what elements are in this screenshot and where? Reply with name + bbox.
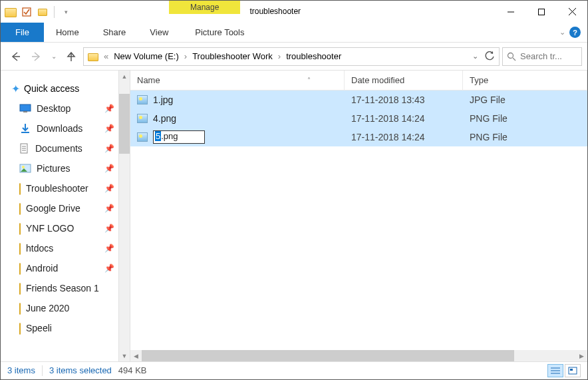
maximize-button[interactable] xyxy=(526,1,557,23)
address-dropdown-icon[interactable]: ⌄ xyxy=(472,52,478,61)
status-selection: 3 items selected xyxy=(49,365,112,375)
table-row[interactable]: 1.jpg17-11-2018 13:43JPG File xyxy=(130,91,587,109)
up-button[interactable] xyxy=(62,47,80,66)
minimize-button[interactable] xyxy=(496,1,526,23)
table-row[interactable]: 5.png17-11-2018 14:24PNG File xyxy=(130,128,587,146)
search-input[interactable]: Search tr... xyxy=(502,47,582,66)
back-button[interactable] xyxy=(6,47,25,66)
sidebar-item[interactable]: Android📌 xyxy=(1,258,118,278)
file-name: 4.png xyxy=(153,113,176,124)
sidebar-quick-access[interactable]: ✦ Quick access xyxy=(1,79,118,98)
pin-icon: 📌 xyxy=(104,244,114,253)
sidebar-item[interactable]: YNF LOGO📌 xyxy=(1,218,118,238)
sidebar-item[interactable]: Google Drive📌 xyxy=(1,198,118,218)
breadcrumb[interactable]: New Volume (E:) xyxy=(114,51,179,61)
sidebar-item[interactable]: Friends Season 1 xyxy=(1,278,118,298)
sidebar-item-label: htdocs xyxy=(26,243,53,254)
sidebar-item-label: Desktop xyxy=(37,103,71,114)
ribbon: File Home Share View Picture Tools ⌄ ? xyxy=(1,23,587,43)
sidebar-item-label: Troubleshooter xyxy=(26,183,88,194)
properties-icon[interactable] xyxy=(19,5,34,19)
sidebar-item[interactable]: Downloads📌 xyxy=(1,118,118,138)
image-file-icon xyxy=(137,95,148,104)
forward-button[interactable] xyxy=(27,47,46,66)
sidebar-item[interactable]: Desktop📌 xyxy=(1,98,118,118)
folder-icon xyxy=(19,203,21,214)
address-bar[interactable]: « New Volume (E:) › Troubleshooter Work … xyxy=(83,47,500,66)
sidebar-item-label: Google Drive xyxy=(26,203,80,214)
refresh-icon[interactable] xyxy=(485,51,495,61)
breadcrumb[interactable]: Troubleshooter Work xyxy=(192,51,273,61)
pin-icon: 📌 xyxy=(104,264,114,273)
context-tab-label: Manage xyxy=(169,1,240,14)
file-tab[interactable]: File xyxy=(1,23,44,42)
column-header-type[interactable]: Type xyxy=(463,71,587,90)
qat-dropdown-icon[interactable]: ▾ xyxy=(59,5,73,19)
help-icon[interactable]: ? xyxy=(569,27,581,38)
pictures-icon xyxy=(19,164,31,173)
pin-icon: 📌 xyxy=(104,104,114,113)
image-file-icon xyxy=(137,114,148,123)
tab-home[interactable]: Home xyxy=(44,23,91,42)
folder-icon xyxy=(88,53,98,61)
sidebar-item-label: Speeli xyxy=(26,323,52,333)
content-scrollbar[interactable]: ◀ ▶ xyxy=(130,350,587,361)
tab-picture-tools[interactable]: Picture Tools xyxy=(180,23,259,42)
titlebar: ▾ Manage troubleshooter xyxy=(1,1,587,23)
sidebar-item[interactable]: htdocs📌 xyxy=(1,238,118,258)
breadcrumb[interactable]: troubleshooter xyxy=(286,51,341,61)
file-type: JPG File xyxy=(463,95,587,105)
search-placeholder: Search tr... xyxy=(520,51,562,61)
pin-icon: 📌 xyxy=(104,224,114,233)
file-date: 17-11-2018 13:43 xyxy=(345,95,463,105)
sidebar-item[interactable]: Troubleshooter📌 xyxy=(1,178,118,198)
sidebar-item-label: Friends Season 1 xyxy=(26,283,99,293)
svg-point-7 xyxy=(508,53,514,58)
status-item-count: 3 items xyxy=(7,365,35,375)
svg-line-8 xyxy=(513,58,515,61)
sidebar-scrollbar[interactable]: ▲ ▼ xyxy=(118,71,130,361)
svg-point-17 xyxy=(22,166,25,168)
file-date: 17-11-2018 14:24 xyxy=(345,113,463,124)
svg-rect-2 xyxy=(539,9,545,15)
sidebar-item[interactable]: Speeli xyxy=(1,318,118,338)
folder-icon xyxy=(19,223,21,234)
folder-icon xyxy=(19,183,21,194)
svg-rect-0 xyxy=(23,8,31,16)
svg-rect-10 xyxy=(23,111,27,112)
folder-icon xyxy=(19,243,21,254)
file-type: PNG File xyxy=(463,113,587,124)
status-bar: 3 items 3 items selected 494 KB xyxy=(1,361,587,379)
chevron-left-icon[interactable]: « xyxy=(102,51,110,61)
column-header-name[interactable]: Name ˄ xyxy=(130,71,345,90)
folder-icon xyxy=(19,303,21,313)
close-button[interactable] xyxy=(557,1,587,23)
tab-share[interactable]: Share xyxy=(91,23,138,42)
window-title: troubleshooter xyxy=(240,1,310,23)
documents-icon xyxy=(19,143,30,154)
sidebar-item[interactable]: Pictures📌 xyxy=(1,158,118,178)
sidebar-item-label: Downloads xyxy=(37,123,82,134)
table-row[interactable]: 4.png17-11-2018 14:24PNG File xyxy=(130,109,587,128)
sidebar-item-label: June 2020 xyxy=(26,303,69,313)
rename-input[interactable]: 5.png xyxy=(153,130,205,144)
navigation-pane: ✦ Quick access Desktop📌Downloads📌Documen… xyxy=(1,71,130,361)
ribbon-expand-icon[interactable]: ⌄ xyxy=(559,28,565,37)
pin-icon: 📌 xyxy=(104,124,114,133)
view-thumbnails-button[interactable] xyxy=(565,364,581,377)
sidebar-item[interactable]: Documents📌 xyxy=(1,138,118,158)
column-header-date[interactable]: Date modified xyxy=(345,71,463,90)
sidebar-item-label: Pictures xyxy=(37,163,71,174)
file-list: Name ˄ Date modified Type 1.jpg17-11-201… xyxy=(130,71,587,361)
recent-dropdown-icon[interactable]: ⌄ xyxy=(49,47,59,66)
folder-icon xyxy=(3,5,18,19)
sidebar-item[interactable]: June 2020 xyxy=(1,298,118,318)
folder-icon xyxy=(19,263,21,274)
folder-small-icon[interactable] xyxy=(35,5,50,19)
status-size: 494 KB xyxy=(118,365,147,375)
file-date: 17-11-2018 14:24 xyxy=(345,132,463,142)
image-file-icon xyxy=(137,132,148,142)
tab-view[interactable]: View xyxy=(138,23,180,42)
sidebar-item-label: Documents xyxy=(35,143,82,154)
view-details-button[interactable] xyxy=(547,364,563,377)
